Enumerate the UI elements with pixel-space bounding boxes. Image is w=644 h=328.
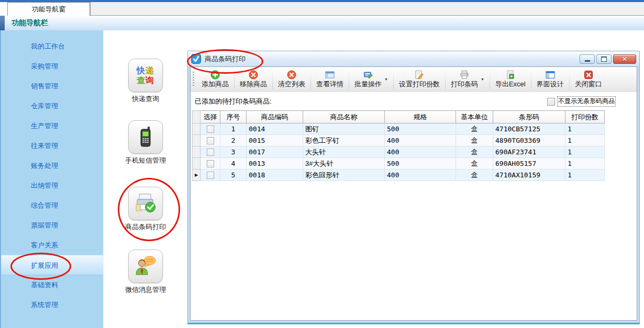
row-checkbox[interactable]	[207, 149, 214, 156]
column-header-3[interactable]: 商品编码	[247, 111, 303, 123]
cell-name[interactable]: 彩色工字钉	[303, 135, 385, 146]
column-header-4[interactable]: 商品名称	[303, 111, 385, 123]
sidebar-item-7[interactable]: 账务处理	[1, 156, 103, 176]
toolbar-button-3[interactable]: 清空列表	[273, 67, 310, 91]
column-header-5[interactable]: 规格	[385, 111, 456, 123]
cell-unit[interactable]: 盒	[456, 123, 493, 135]
hide-no-barcode-filter[interactable]: 不显示无条形码商品	[547, 96, 616, 107]
cell-copies[interactable]: 1	[565, 146, 605, 158]
cell-name[interactable]: 彩色回形针	[303, 169, 385, 181]
cell-seq[interactable]: 4	[220, 158, 247, 169]
row-selector[interactable]	[193, 146, 201, 158]
sidebar-item-2[interactable]: 采购管理	[1, 56, 103, 76]
current-row-indicator[interactable]: ▶	[193, 169, 201, 181]
column-header-6[interactable]: 基本单位	[456, 111, 493, 123]
column-header-8[interactable]: 打印份数	[565, 111, 605, 123]
table-row-5[interactable]: ▶50018彩色回形针400盒4710AX101591	[193, 169, 605, 181]
toolbar-button-1[interactable]: 添加商品	[197, 67, 234, 91]
cell-code[interactable]: 0014	[247, 123, 303, 135]
tab-function-nav[interactable]: 功能导航窗	[7, 2, 90, 16]
dialog-titlebar[interactable]: 商品条码打印 ✕	[188, 51, 639, 66]
cell-copies[interactable]: 1	[565, 135, 605, 146]
table-row-2[interactable]: 20015彩色工字钉400盒4890TG033691	[193, 135, 605, 146]
minimize-button[interactable]	[580, 54, 595, 64]
row-checkbox[interactable]	[207, 172, 214, 179]
launcher-app-2[interactable]: 手机短信管理	[112, 120, 180, 165]
launcher-app-3[interactable]: 商品条码打印	[112, 187, 180, 232]
cell-barcode[interactable]: 690AF23741	[493, 146, 565, 158]
hide-no-barcode-checkbox[interactable]	[547, 98, 555, 106]
row-selector[interactable]	[193, 135, 201, 146]
cell-barcode[interactable]: 4710CB57125	[493, 123, 565, 135]
cell-spec[interactable]: 500	[385, 158, 456, 169]
sidebar-item-1[interactable]: 我的工作台	[1, 37, 103, 56]
launcher-app-4[interactable]: 微信消息管理	[112, 250, 180, 295]
cell-unit[interactable]: 盒	[456, 169, 493, 181]
cell-code[interactable]: 0018	[247, 169, 303, 181]
cell-seq[interactable]: 1	[220, 123, 247, 135]
cell-code[interactable]: 0015	[247, 135, 303, 146]
cell-spec[interactable]: 400	[385, 169, 456, 181]
cell-copies[interactable]: 1	[565, 158, 605, 169]
cell-code[interactable]: 0017	[247, 146, 303, 158]
sidebar-item-12[interactable]: 扩展应用	[1, 255, 103, 275]
cell-name[interactable]: 3#大头针	[303, 158, 385, 169]
sidebar-item-10[interactable]: 票据管理	[1, 216, 103, 235]
cell-code[interactable]: 0013	[247, 158, 303, 169]
cell-seq[interactable]: 2	[220, 135, 247, 146]
row-selector[interactable]	[193, 123, 201, 135]
toolbar-button-2[interactable]: 移除商品	[235, 67, 272, 91]
sidebar-item-6[interactable]: 往来管理	[1, 136, 103, 156]
cell-unit[interactable]: 盒	[456, 146, 493, 158]
toolbar-button-10[interactable]: 关闭窗口	[570, 67, 607, 91]
toolbar-button-4[interactable]: 查看详情	[312, 67, 348, 91]
sidebar-item-9[interactable]: 综合管理	[1, 196, 103, 216]
toolbar-grip[interactable]	[193, 72, 194, 86]
table-row-4[interactable]: 400133#大头针500盒690AH051571	[193, 158, 605, 169]
barcode-print-icon[interactable]	[128, 187, 163, 220]
column-header-1[interactable]: 选择	[201, 111, 220, 123]
sidebar-item-5[interactable]: 生产管理	[1, 116, 103, 136]
dropdown-arrow-icon[interactable]: ▼	[384, 77, 388, 81]
sidebar-item-14[interactable]: 系统管理	[1, 295, 103, 315]
cell-spec[interactable]: 500	[385, 123, 456, 135]
cell-name[interactable]: 大头针	[303, 146, 385, 158]
column-header-2[interactable]: 序号	[220, 111, 247, 123]
cell-name[interactable]: 图钉	[303, 123, 385, 135]
toolbar-button-8[interactable]: 导出Excel	[491, 67, 530, 91]
row-checkbox[interactable]	[207, 126, 214, 133]
cell-spec[interactable]: 400	[385, 146, 456, 158]
express-query-icon[interactable]: 快递查询	[128, 59, 163, 92]
cell-unit[interactable]: 盒	[456, 135, 493, 146]
table-row-3[interactable]: 30017大头针400盒690AF237411	[193, 146, 605, 158]
cell-unit[interactable]: 盒	[456, 158, 493, 169]
cell-barcode[interactable]: 4710AX10159	[493, 169, 565, 181]
maximize-button[interactable]	[596, 54, 612, 64]
row-selector[interactable]	[193, 158, 201, 169]
wechat-message-icon[interactable]	[128, 250, 163, 283]
cell-spec[interactable]: 400	[385, 135, 456, 146]
sidebar-item-13[interactable]: 基础资料	[1, 275, 103, 295]
sidebar-item-4[interactable]: 仓库管理	[1, 96, 103, 116]
launcher-app-1[interactable]: 快递查询快递查询	[112, 59, 180, 104]
sidebar-item-8[interactable]: 出纳管理	[1, 176, 103, 196]
row-checkbox[interactable]	[207, 137, 214, 144]
dropdown-arrow-icon[interactable]: ▼	[481, 77, 484, 81]
toolbar-button-7[interactable]: 打印条码▼	[446, 67, 489, 91]
toolbar-button-6[interactable]: 设置打印份数	[394, 67, 445, 91]
row-checkbox[interactable]	[207, 160, 214, 167]
cell-seq[interactable]: 5	[220, 169, 247, 181]
toolbar-button-5[interactable]: 批量操作▼	[350, 67, 393, 91]
cell-barcode[interactable]: 690AH05157	[493, 158, 565, 169]
cell-copies[interactable]: 1	[565, 123, 605, 135]
table-row-1[interactable]: 10014图钉500盒4710CB571251	[193, 123, 605, 135]
column-header-7[interactable]: 条形码	[493, 111, 565, 123]
close-button[interactable]: ✕	[613, 54, 636, 64]
sidebar-item-11[interactable]: 客户关系	[1, 235, 103, 255]
cell-barcode[interactable]: 4890TG03369	[493, 135, 565, 146]
cell-seq[interactable]: 3	[220, 146, 247, 158]
mobile-sms-icon[interactable]	[128, 120, 163, 154]
toolbar-button-9[interactable]: 界面设计	[532, 67, 569, 91]
sidebar-item-3[interactable]: 销售管理	[1, 76, 103, 96]
cell-copies[interactable]: 1	[565, 169, 605, 181]
